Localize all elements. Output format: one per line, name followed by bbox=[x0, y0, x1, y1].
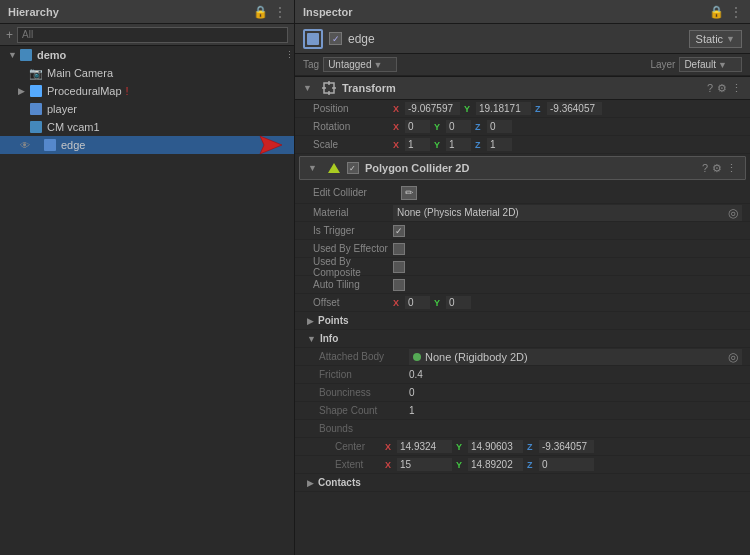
collider-header[interactable]: ▼ ✓ Polygon Collider 2D ? ⚙ ⋮ bbox=[299, 156, 746, 180]
collider-active-checkbox[interactable]: ✓ bbox=[347, 162, 359, 174]
center-x-axis: X bbox=[385, 442, 395, 452]
tag-value: Untagged bbox=[328, 59, 371, 70]
material-value-field[interactable]: None (Physics Material 2D) ◎ bbox=[393, 205, 742, 221]
hierarchy-search[interactable] bbox=[17, 27, 288, 43]
transform-settings-icon[interactable]: ⚙ bbox=[717, 82, 727, 95]
edit-collider-row: Edit Collider ✏ bbox=[295, 182, 750, 204]
attached-body-value-box[interactable]: None (Rigidbody 2D) ◎ bbox=[409, 349, 742, 365]
rotation-y-value[interactable]: 0 bbox=[446, 120, 471, 133]
collider-menu-icon[interactable]: ⋮ bbox=[726, 162, 737, 175]
hierarchy-item-proceduralmap[interactable]: ▶ ProceduralMap ! bbox=[0, 82, 294, 100]
layer-dropdown[interactable]: Default ▼ bbox=[679, 57, 742, 72]
offset-label: Offset bbox=[313, 297, 393, 308]
points-section[interactable]: ▶ Points bbox=[295, 312, 750, 330]
used-by-effector-label: Used By Effector bbox=[313, 243, 393, 254]
inspector-menu-icon[interactable]: ⋮ bbox=[730, 5, 742, 19]
lock-icon[interactable]: 🔒 bbox=[253, 5, 268, 19]
position-x-value[interactable]: -9.067597 bbox=[405, 102, 460, 115]
collider-actions: ? ⚙ ⋮ bbox=[702, 162, 737, 175]
position-y-axis: Y bbox=[464, 104, 474, 114]
layer-arrow: ▼ bbox=[718, 60, 727, 70]
contacts-arrow: ▶ bbox=[307, 478, 314, 488]
extent-x-value: 15 bbox=[397, 458, 452, 471]
rotation-label: Rotation bbox=[313, 121, 393, 132]
player-label: player bbox=[47, 103, 77, 115]
pencil-icon: ✏ bbox=[405, 187, 413, 198]
scale-z-field: Z 1 bbox=[475, 138, 512, 151]
position-values: X -9.067597 Y 19.18171 Z -9.364057 bbox=[393, 102, 742, 115]
rotation-x-field: X 0 bbox=[393, 120, 430, 133]
extent-values: X 15 Y 14.89202 Z 0 bbox=[385, 458, 594, 471]
auto-tiling-label: Auto Tiling bbox=[313, 279, 393, 290]
scale-z-axis: Z bbox=[475, 140, 485, 150]
contacts-label: Contacts bbox=[318, 477, 361, 488]
player-icon bbox=[28, 102, 44, 116]
attached-body-label: Attached Body bbox=[319, 351, 409, 362]
hierarchy-content: ▼ demo ⋮ 📷 Main Camera ▶ ProceduralMap ! bbox=[0, 46, 294, 555]
hierarchy-item-camera[interactable]: 📷 Main Camera bbox=[0, 64, 294, 82]
center-z-value: -9.364057 bbox=[539, 440, 594, 453]
position-label: Position bbox=[313, 103, 393, 114]
used-by-effector-checkbox[interactable] bbox=[393, 243, 405, 255]
hierarchy-item-vcam1[interactable]: CM vcam1 bbox=[0, 118, 294, 136]
position-y-value[interactable]: 19.18171 bbox=[476, 102, 531, 115]
transform-menu-icon[interactable]: ⋮ bbox=[731, 82, 742, 95]
scale-x-field: X 1 bbox=[393, 138, 430, 151]
hierarchy-header: Hierarchy 🔒 ⋮ bbox=[0, 0, 294, 24]
offset-y-field: Y 0 bbox=[434, 296, 471, 309]
used-by-composite-label: Used By Composite bbox=[313, 256, 393, 278]
demo-label: demo bbox=[37, 49, 66, 61]
scale-x-value[interactable]: 1 bbox=[405, 138, 430, 151]
info-section-header[interactable]: ▼ Info bbox=[295, 330, 750, 348]
tag-arrow: ▼ bbox=[374, 60, 383, 70]
attached-body-select-icon[interactable]: ◎ bbox=[728, 350, 738, 364]
gameobject-active-checkbox[interactable]: ✓ bbox=[329, 32, 342, 45]
scale-y-value[interactable]: 1 bbox=[446, 138, 471, 151]
center-z-axis: Z bbox=[527, 442, 537, 452]
position-z-field: Z -9.364057 bbox=[535, 102, 602, 115]
inspector-content: ▼ Transform ? ⚙ ⋮ Position bbox=[295, 76, 750, 555]
is-trigger-checkbox[interactable]: ✓ bbox=[393, 225, 405, 237]
scale-z-value[interactable]: 1 bbox=[487, 138, 512, 151]
layer-label: Layer bbox=[650, 59, 675, 70]
edge-label: edge bbox=[61, 139, 85, 151]
hierarchy-menu-icon[interactable]: ⋮ bbox=[285, 50, 294, 60]
offset-x-value[interactable]: 0 bbox=[405, 296, 430, 309]
extent-z-field: Z 0 bbox=[527, 458, 594, 471]
collider-settings-icon[interactable]: ⚙ bbox=[712, 162, 722, 175]
edit-collider-button[interactable]: ✏ bbox=[401, 186, 417, 200]
center-x-value: 14.9324 bbox=[397, 440, 452, 453]
position-z-value[interactable]: -9.364057 bbox=[547, 102, 602, 115]
rotation-z-value[interactable]: 0 bbox=[487, 120, 512, 133]
hierarchy-item-edge[interactable]: 👁 edge bbox=[0, 136, 294, 154]
center-x-field: X 14.9324 bbox=[385, 440, 452, 453]
extent-x-field: X 15 bbox=[385, 458, 452, 471]
hierarchy-item-demo[interactable]: ▼ demo ⋮ bbox=[0, 46, 294, 64]
offset-y-value[interactable]: 0 bbox=[446, 296, 471, 309]
tag-dropdown[interactable]: Untagged ▼ bbox=[323, 57, 397, 72]
inspector-lock-icon[interactable]: 🔒 bbox=[709, 5, 724, 19]
hierarchy-item-player[interactable]: player bbox=[0, 100, 294, 118]
auto-tiling-checkbox[interactable] bbox=[393, 279, 405, 291]
center-z-field: Z -9.364057 bbox=[527, 440, 594, 453]
material-select-icon[interactable]: ◎ bbox=[728, 206, 738, 220]
transform-header[interactable]: ▼ Transform ? ⚙ ⋮ bbox=[295, 76, 750, 100]
contacts-section[interactable]: ▶ Contacts bbox=[295, 474, 750, 492]
svg-marker-0 bbox=[260, 136, 282, 154]
collider-help-icon[interactable]: ? bbox=[702, 162, 708, 174]
expand-arrow-procedural: ▶ bbox=[18, 86, 28, 96]
tag-label: Tag bbox=[303, 59, 319, 70]
menu-icon[interactable]: ⋮ bbox=[274, 5, 286, 19]
inspector-title: Inspector bbox=[303, 6, 353, 18]
center-y-value: 14.90603 bbox=[468, 440, 523, 453]
extent-y-value: 14.89202 bbox=[468, 458, 523, 471]
static-dropdown[interactable]: Static ▼ bbox=[689, 30, 742, 48]
position-x-field: X -9.067597 bbox=[393, 102, 460, 115]
used-by-composite-checkbox[interactable] bbox=[393, 261, 405, 273]
add-icon[interactable]: + bbox=[6, 28, 13, 42]
points-label: Points bbox=[318, 315, 349, 326]
edge-icon bbox=[42, 138, 58, 152]
transform-help-icon[interactable]: ? bbox=[707, 82, 713, 94]
rotation-x-value[interactable]: 0 bbox=[405, 120, 430, 133]
rotation-row: Rotation X 0 Y 0 Z 0 bbox=[295, 118, 750, 136]
